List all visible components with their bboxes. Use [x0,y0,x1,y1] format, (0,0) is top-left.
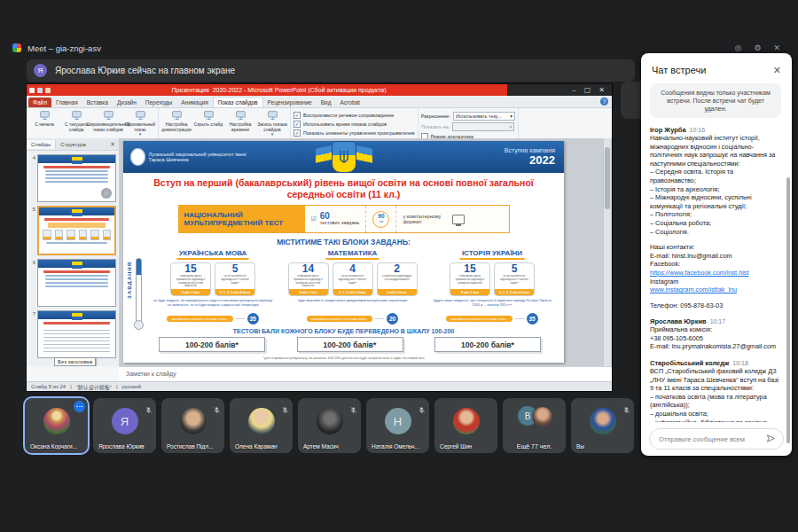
gear-icon[interactable]: ⚙ [754,43,761,52]
ppt-tab[interactable]: Дизайн [113,98,141,107]
thermometer-graphic [136,258,142,324]
participant-name: Артем Масич [303,443,339,450]
ppt-tab[interactable]: Анимация [176,98,213,107]
ppt-maximize-icon[interactable]: ▢ [584,86,591,94]
nmt-box: НАЦІОНАЛЬНИЙ МУЛЬТИПРЕДМЕТНИЙ ТЕСТ ☑60те… [178,205,510,233]
presenter-avatar: Я [34,64,47,77]
task-card: 4на встановлення відповідності «логічні … [332,262,373,296]
ribbon-button[interactable]: Скрыть слайд [193,109,223,137]
chat-message-author: Ігор Журба10:16 [650,126,781,134]
ribbon-button[interactable]: Настройка времени [225,109,255,137]
slide-thumbnail[interactable] [37,310,116,358]
ppt-minimize-icon[interactable]: – [572,86,575,94]
avatar: Н [385,408,411,434]
blocks-columns: ЗАВДАННЯ УКРАЇНСЬКА МОВА15з вибором одні… [146,249,559,325]
ribbon-button[interactable]: С начала [29,109,59,137]
meet-logo-icon [12,43,21,52]
slide-thumbnail[interactable] [37,154,116,202]
participant-tile[interactable]: Ростислав Підл... [161,398,224,453]
resolution-label: Разрешение: [421,113,450,119]
close-icon[interactable]: ✕ [773,43,780,52]
slide-thumbnail[interactable] [37,259,116,307]
quick-access-toolbar[interactable] [27,88,51,93]
ribbon-button[interactable]: Настройка демонстрации [161,109,192,137]
chat-message-text: – Середня освіта. Історія та правознавст… [650,168,781,184]
avatar [248,408,275,434]
status-language: русский [122,384,142,389]
nmt-tasks: тестових завдань [320,220,360,225]
pane-close-icon[interactable]: ✕ [110,141,119,148]
avatar [453,408,480,434]
participant-tile[interactable]: ННаталія Омельч... [366,398,429,453]
tile-menu-button[interactable] [74,401,85,412]
task-card: 14з вибором однієї правильної відповіді … [288,262,329,296]
ribbon-checkbox-row[interactable]: ✓Показать элементы управления проигрыват… [293,129,415,137]
ppt-tab[interactable]: Файл [28,98,51,107]
participant-tile[interactable]: Вы [571,398,634,453]
chat-message-link[interactable]: https://www.facebook.com/inst.hist [650,269,781,278]
chat-message-text: Приймальна комісія: [650,325,781,334]
computer-icon [452,215,465,224]
scale-line: ТЕСТОВІ БАЛИ КОЖНОГО БЛОКУ БУДЕ ПЕРЕВЕДЕ… [123,328,564,334]
ribbon-button[interactable]: Широковещательный показ слайдов [93,109,123,137]
help-icon[interactable]: ? [600,98,608,106]
chat-message-text: – дошкільна освіта; [650,410,781,419]
ribbon-group-monitors: Разрешение: Использовать теку...▾ Показа… [419,108,519,139]
ppt-window-title: Презентация_2020-2022 - Microsoft PowerP… [51,87,507,93]
ribbon-checkbox-row[interactable]: ✓Воспроизвести речевое сопровождение [293,112,415,119]
task-card: 15з вибором однієї правильної відповіді … [170,262,211,296]
ppt-tab[interactable]: Вид [317,98,336,107]
ribbon-checkbox-row[interactable]: ✓Использовать время показа слайдов [293,121,415,128]
mic-off-icon [281,402,289,418]
participant-tile[interactable]: Сергей Шин [434,398,497,453]
send-icon[interactable] [766,431,776,447]
ppt-close-icon[interactable]: ✕ [598,86,605,94]
mic-off-icon [349,402,357,418]
thumbnail-list: 4567 [27,154,119,358]
blocks-heading: МІСТИТИМЕ ТАКІ БЛОКИ ЗАВДАНЬ: [123,238,564,246]
ppt-tab[interactable]: Вставка [82,98,113,107]
participant-tile[interactable]: Оксана Корчаги... [25,398,88,453]
slides-pane: Слайды Структура ✕ 4567 Без заголовка [27,138,120,366]
ribbon-group-setup: Настройка демонстрацииСкрыть слайдНастро… [159,108,291,139]
nmt-label: НАЦІОНАЛЬНИЙ МУЛЬТИПРЕДМЕТНИЙ ТЕСТ [179,206,305,232]
ribbon-button[interactable]: Произвольный показ [125,109,155,137]
participant-name: Олена Караман [235,443,278,450]
resolution-dropdown[interactable]: Использовать теку...▾ [453,112,515,121]
chat-input[interactable] [657,434,766,444]
participant-tile[interactable]: ЯЯрослава Юркив [93,398,156,453]
participant-tile[interactable]: Олена Караман [230,398,293,453]
chat-messages: Сообщения видны только участникам встреч… [641,80,786,422]
pane-tab-outline[interactable]: Структура [56,140,90,149]
chat-message-text: Наші контакти: [650,243,781,252]
ppt-tab[interactable]: Рецензирование [263,98,317,107]
chat-message-link[interactable]: www.instagram.com/istfak_lnu [650,286,781,294]
chat-message-text: – Політологія; [650,210,781,219]
avatar [590,408,616,434]
current-slide: Луганський національний університет імен… [123,141,564,363]
ppt-tab-row: ФайлГлавнаяВставкаДизайнПереходыАнимация… [27,96,612,108]
notes-area[interactable]: Заметки к слайду [119,366,612,382]
participant-tile[interactable]: Артем Масич [298,398,361,453]
pane-tab-slides[interactable]: Слайды [27,140,56,149]
ppt-tab[interactable]: Acrobat [336,98,364,107]
slide-scrollbar[interactable] [603,138,611,366]
task-card: 15з вибором однієї правильної відповіді … [450,262,490,296]
chat-message-text: ВСП „Старобільський фаховий коледж ДЗ „Л… [650,367,781,393]
participant-tile[interactable]: ВЕщё 77 чел. [503,398,566,453]
window-title: Meet – gia-zngi-asv [27,43,101,53]
ppt-tab[interactable]: Главная [51,98,82,107]
cast-icon[interactable]: ◎ [735,43,742,52]
slide-thumbnail[interactable] [37,206,116,255]
ppt-tab[interactable]: Показ слайдов [213,97,263,107]
ppt-tab[interactable]: Переходы [141,98,177,107]
participant-name: Оксана Корчаги... [30,443,77,450]
chat-scrollbar[interactable] [786,177,790,443]
chat-message-text: +38 095-105-6005 [650,334,781,343]
chat-close-icon[interactable]: ✕ [773,65,781,76]
task-card: 5на встановлення відповідності «логічні … [215,262,255,296]
ribbon-button[interactable]: Запись показа слайдов [257,109,287,137]
participant-name: Ярослава Юркив [98,443,145,450]
ppt-statusbar: Слайд 5 из 24| "默认设计模板"| русский [27,381,612,391]
presenting-banner-text: Ярослава Юркив сейчас на главном экране [55,66,235,75]
